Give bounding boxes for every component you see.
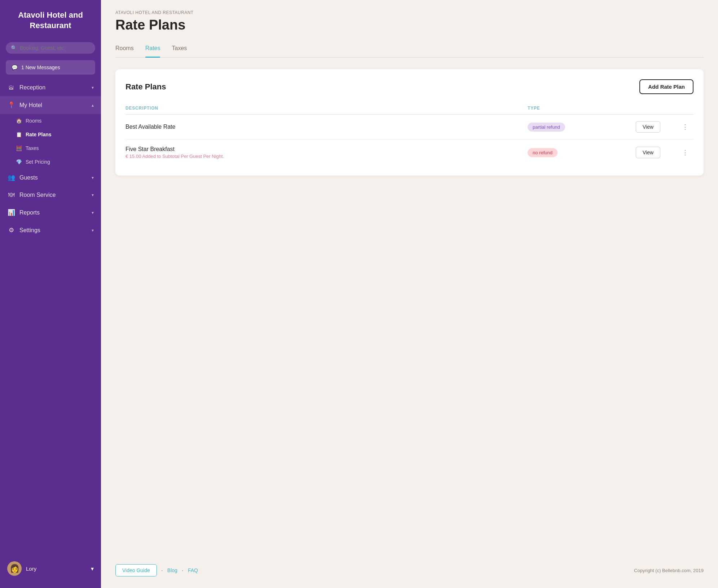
sidebar-item-reception[interactable]: 🛎 Reception ▾: [0, 79, 101, 96]
content-area: Rate Plans Add Rate Plan DESCRIPTION TYP…: [101, 58, 718, 556]
settings-icon: ⚙: [7, 226, 15, 234]
row-type-1: partial refund: [528, 123, 636, 132]
row-title-2: Five Star Breakfast: [125, 146, 528, 152]
sidebar-item-taxes[interactable]: 🧮 Taxes: [0, 141, 101, 155]
set-pricing-icon: 💎: [16, 159, 22, 165]
copyright: Copyright (c) Bellebnb.com, 2019: [634, 568, 704, 573]
badge-partial-refund: partial refund: [528, 123, 565, 132]
sidebar-item-settings[interactable]: ⚙ Settings ▾: [0, 221, 101, 239]
video-guide-button[interactable]: Video Guide: [115, 564, 157, 576]
messages-button[interactable]: 💬 1 New Messages: [6, 60, 95, 75]
more-icon[interactable]: ⋮: [679, 147, 691, 158]
blog-link[interactable]: Blog: [167, 567, 177, 573]
footer: Video Guide · Blog · FAQ Copyright (c) B…: [101, 556, 718, 588]
main-content: ATAVOLI HOTEL AND RESTAURANT Rate Plans …: [101, 0, 718, 588]
search-icon: 🔍: [11, 45, 17, 51]
rooms-label: Rooms: [26, 118, 41, 124]
row-description-1: Best Available Rate: [125, 124, 528, 130]
sidebar-item-set-pricing[interactable]: 💎 Set Pricing: [0, 155, 101, 169]
col-description: DESCRIPTION: [125, 106, 528, 111]
tab-rates[interactable]: Rates: [145, 41, 160, 58]
message-icon: 💬: [12, 65, 18, 70]
room-service-icon: 🍽: [7, 191, 15, 199]
user-name: Lory: [26, 566, 87, 572]
breadcrumb: ATAVOLI HOTEL AND RESTAURANT: [115, 10, 704, 15]
chevron-down-icon: ▾: [92, 175, 94, 180]
search-input[interactable]: [20, 45, 90, 51]
view-button-1[interactable]: View: [636, 121, 660, 133]
card-title: Rate Plans: [125, 82, 166, 92]
footer-links: Video Guide · Blog · FAQ: [115, 564, 198, 576]
more-options-2[interactable]: ⋮: [679, 149, 693, 156]
guests-icon: 👥: [7, 174, 15, 181]
sidebar-header: Atavoli Hotel and Restaurant: [0, 0, 101, 38]
sidebar-item-room-service[interactable]: 🍽 Room Service ▾: [0, 186, 101, 204]
row-subtitle-2: € 15.00 Added to Subtotal Per Guest Per …: [125, 154, 528, 159]
table-row: Five Star Breakfast € 15.00 Added to Sub…: [125, 140, 693, 165]
badge-no-refund: no refund: [528, 148, 558, 157]
tabs-bar: Rooms Rates Taxes: [115, 41, 704, 58]
reception-icon: 🛎: [7, 84, 15, 91]
my-hotel-sub-nav: 🏠 Rooms 📋 Rate Plans 🧮 Taxes 💎 Set Prici…: [0, 114, 101, 169]
sidebar-item-reports[interactable]: 📊 Reports ▾: [0, 204, 101, 221]
set-pricing-label: Set Pricing: [26, 159, 50, 165]
row-title-1: Best Available Rate: [125, 124, 528, 130]
chevron-down-icon: ▾: [92, 210, 94, 215]
chevron-down-icon: ▾: [92, 193, 94, 198]
row-type-2: no refund: [528, 148, 636, 157]
main-header: ATAVOLI HOTEL AND RESTAURANT Rate Plans …: [101, 0, 718, 58]
taxes-label: Taxes: [26, 145, 39, 151]
more-options-1[interactable]: ⋮: [679, 123, 693, 131]
row-description-2: Five Star Breakfast € 15.00 Added to Sub…: [125, 146, 528, 159]
hotel-name: Atavoli Hotel and Restaurant: [7, 10, 94, 31]
sidebar-item-rooms[interactable]: 🏠 Rooms: [0, 114, 101, 128]
sidebar-item-my-hotel[interactable]: 📍 My Hotel ▴: [0, 96, 101, 114]
rate-plans-label: Rate Plans: [26, 132, 52, 137]
table-row: Best Available Rate partial refund View …: [125, 115, 693, 140]
faq-link[interactable]: FAQ: [188, 567, 198, 573]
nav-section: 🛎 Reception ▾ 📍 My Hotel ▴ 🏠 Rooms 📋 Rat…: [0, 78, 101, 240]
rate-plans-icon: 📋: [16, 132, 22, 137]
chevron-down-icon: ▾: [92, 85, 94, 90]
rooms-icon: 🏠: [16, 118, 22, 124]
messages-label: 1 New Messages: [21, 65, 60, 70]
tab-rooms[interactable]: Rooms: [115, 41, 134, 58]
table-header: DESCRIPTION TYPE: [125, 103, 693, 115]
chevron-down-icon: ▾: [92, 228, 94, 233]
room-service-label: Room Service: [19, 192, 87, 198]
page-title: Rate Plans: [115, 17, 704, 33]
settings-label: Settings: [19, 227, 87, 234]
reports-label: Reports: [19, 209, 87, 216]
rate-plans-card: Rate Plans Add Rate Plan DESCRIPTION TYP…: [115, 69, 704, 176]
sidebar: Atavoli Hotel and Restaurant 🔍 💬 1 New M…: [0, 0, 101, 588]
guests-label: Guests: [19, 174, 87, 181]
reception-label: Reception: [19, 84, 87, 91]
view-button-2[interactable]: View: [636, 147, 660, 158]
add-rate-plan-button[interactable]: Add Rate Plan: [639, 79, 693, 94]
dot-2: ·: [182, 567, 184, 574]
row-actions-2: View: [636, 147, 679, 158]
tab-taxes[interactable]: Taxes: [172, 41, 187, 58]
my-hotel-label: My Hotel: [19, 102, 87, 109]
sidebar-item-rate-plans[interactable]: 📋 Rate Plans: [0, 128, 101, 141]
more-icon[interactable]: ⋮: [679, 122, 691, 132]
card-header: Rate Plans Add Rate Plan: [125, 79, 693, 94]
col-type: TYPE: [528, 106, 636, 111]
sidebar-item-guests[interactable]: 👥 Guests ▾: [0, 169, 101, 186]
dot-1: ·: [161, 567, 163, 574]
search-box[interactable]: 🔍: [6, 42, 95, 54]
user-section[interactable]: 👩 Lory ▾: [0, 556, 101, 581]
chevron-down-icon: ▾: [91, 565, 94, 572]
chevron-up-icon: ▴: [92, 103, 94, 108]
reports-icon: 📊: [7, 209, 15, 216]
my-hotel-icon: 📍: [7, 101, 15, 109]
row-actions-1: View: [636, 121, 679, 133]
taxes-icon: 🧮: [16, 145, 22, 151]
avatar: 👩: [7, 561, 22, 576]
